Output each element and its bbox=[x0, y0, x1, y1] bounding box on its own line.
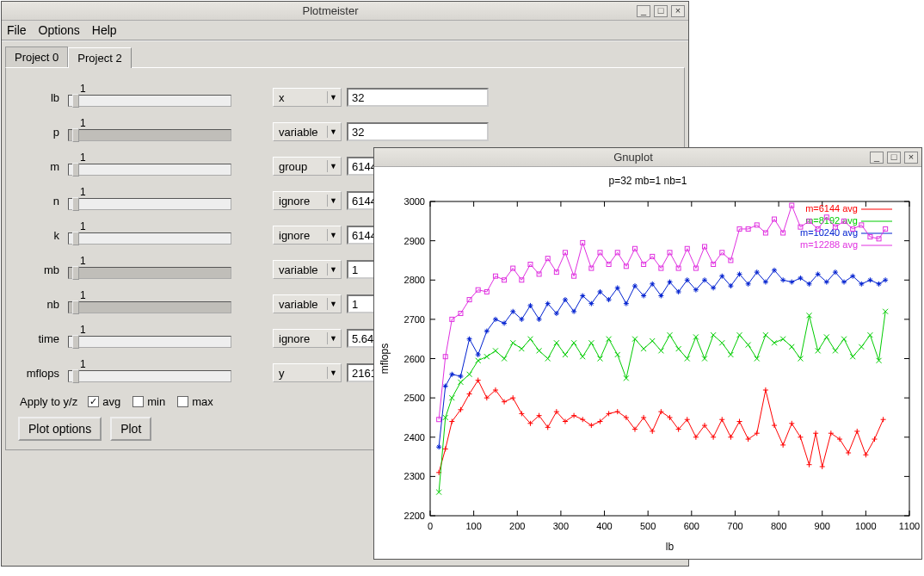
param-label: nb bbox=[15, 298, 63, 311]
svg-text:700: 700 bbox=[727, 521, 742, 531]
menu-help[interactable]: Help bbox=[92, 23, 117, 37]
slider-p[interactable]: 1 bbox=[68, 119, 231, 145]
value-input-p[interactable]: 32 bbox=[347, 122, 489, 141]
svg-text:2500: 2500 bbox=[404, 393, 425, 403]
plot-button[interactable]: Plot bbox=[110, 417, 151, 441]
tabs: Project 0Project 2 bbox=[5, 46, 685, 67]
titlebar[interactable]: Plotmeister _ □ × bbox=[2, 2, 688, 21]
param-label: n bbox=[15, 195, 63, 207]
chevron-down-icon: ▼ bbox=[327, 298, 339, 310]
menubar: File Options Help bbox=[2, 21, 688, 41]
role-select-p[interactable]: variable▼ bbox=[273, 122, 342, 141]
titlebar[interactable]: Gnuplot _ □ × bbox=[374, 148, 921, 167]
role-select-lb[interactable]: x▼ bbox=[273, 88, 342, 107]
slider-time[interactable]: 1 bbox=[68, 325, 231, 351]
role-select-nb[interactable]: variable▼ bbox=[273, 294, 342, 313]
chevron-down-icon: ▼ bbox=[327, 263, 339, 276]
maximize-icon[interactable]: □ bbox=[654, 5, 668, 17]
slider-mb[interactable]: 1 bbox=[68, 257, 231, 282]
role-select-n[interactable]: ignore▼ bbox=[273, 191, 342, 210]
svg-text:2700: 2700 bbox=[404, 314, 425, 325]
svg-text:400: 400 bbox=[596, 521, 612, 531]
param-label: mflops bbox=[15, 367, 63, 380]
svg-text:2800: 2800 bbox=[404, 275, 425, 285]
role-select-k[interactable]: ignore▼ bbox=[273, 226, 342, 245]
chevron-down-icon: ▼ bbox=[327, 367, 339, 379]
tab-project-2[interactable]: Project 2 bbox=[68, 47, 131, 68]
svg-text:600: 600 bbox=[684, 521, 699, 531]
svg-text:800: 800 bbox=[771, 521, 786, 531]
svg-text:2600: 2600 bbox=[404, 354, 425, 364]
svg-text:3000: 3000 bbox=[404, 196, 425, 207]
checkbox-icon bbox=[177, 396, 188, 407]
svg-text:2300: 2300 bbox=[404, 471, 425, 481]
minimize-icon[interactable]: _ bbox=[870, 152, 884, 164]
maximize-icon[interactable]: □ bbox=[887, 152, 901, 164]
svg-text:1100: 1100 bbox=[899, 521, 920, 531]
svg-text:p=32 mb=1 nb=1: p=32 mb=1 nb=1 bbox=[608, 175, 687, 187]
role-select-mflops[interactable]: y▼ bbox=[273, 363, 342, 382]
svg-text:0: 0 bbox=[428, 521, 433, 531]
chevron-down-icon: ▼ bbox=[327, 126, 339, 138]
close-icon[interactable]: × bbox=[904, 152, 918, 164]
slider-lb[interactable]: 1 bbox=[68, 84, 231, 110]
tab-project-0[interactable]: Project 0 bbox=[5, 46, 68, 67]
checkbox-min[interactable]: min bbox=[132, 395, 165, 408]
window-title: Plotmeister bbox=[24, 4, 637, 17]
slider-mflops[interactable]: 1 bbox=[68, 360, 231, 386]
svg-text:m=6144 avg: m=6144 avg bbox=[805, 203, 858, 214]
param-row-lb: lb1x▼32 bbox=[15, 80, 675, 115]
apply-label: Apply to y/z bbox=[20, 395, 77, 408]
plot-options-button[interactable]: Plot options bbox=[18, 417, 102, 441]
chevron-down-icon: ▼ bbox=[327, 91, 339, 103]
chevron-down-icon: ▼ bbox=[327, 229, 339, 241]
svg-text:2200: 2200 bbox=[404, 511, 425, 521]
chevron-down-icon: ▼ bbox=[327, 195, 339, 207]
slider-nb[interactable]: 1 bbox=[68, 291, 231, 317]
menu-options[interactable]: Options bbox=[39, 23, 80, 37]
checkbox-avg[interactable]: ✓avg bbox=[88, 395, 120, 408]
close-icon[interactable]: × bbox=[671, 5, 685, 17]
slider-k[interactable]: 1 bbox=[68, 222, 231, 248]
svg-text:900: 900 bbox=[815, 521, 830, 531]
svg-text:2900: 2900 bbox=[404, 236, 425, 246]
param-label: m bbox=[15, 160, 63, 173]
param-label: mb bbox=[15, 263, 63, 276]
svg-text:m=12288 avg: m=12288 avg bbox=[800, 239, 858, 250]
slider-n[interactable]: 1 bbox=[68, 188, 231, 214]
menu-file[interactable]: File bbox=[7, 23, 27, 37]
checkbox-icon bbox=[132, 396, 144, 407]
role-select-m[interactable]: group▼ bbox=[273, 157, 342, 176]
window-title: Gnuplot bbox=[397, 151, 870, 164]
slider-m[interactable]: 1 bbox=[68, 153, 231, 179]
minimize-icon[interactable]: _ bbox=[637, 5, 650, 17]
chevron-down-icon: ▼ bbox=[327, 160, 339, 172]
svg-text:1000: 1000 bbox=[855, 521, 876, 531]
checkbox-icon: ✓ bbox=[88, 396, 99, 407]
param-label: k bbox=[15, 229, 63, 242]
value-input-lb[interactable]: 32 bbox=[347, 88, 489, 107]
svg-text:m=8192 avg: m=8192 avg bbox=[805, 215, 858, 226]
svg-text:300: 300 bbox=[553, 521, 569, 531]
param-label: time bbox=[15, 332, 63, 345]
svg-text:200: 200 bbox=[509, 521, 525, 531]
role-select-time[interactable]: ignore▼ bbox=[273, 329, 342, 348]
param-label: p bbox=[15, 126, 63, 139]
param-label: lb bbox=[15, 91, 63, 104]
svg-text:2400: 2400 bbox=[404, 432, 425, 443]
svg-text:m=10240 avg: m=10240 avg bbox=[800, 227, 858, 238]
checkbox-max[interactable]: max bbox=[177, 395, 213, 408]
svg-text:mflops: mflops bbox=[379, 344, 391, 374]
svg-text:100: 100 bbox=[465, 521, 481, 531]
param-row-p: p1variable▼32 bbox=[15, 115, 675, 149]
plot-area: p=32 mb=1 nb=122002300240025002600270028… bbox=[374, 167, 921, 559]
svg-text:500: 500 bbox=[640, 521, 656, 531]
chevron-down-icon: ▼ bbox=[327, 332, 339, 344]
svg-text:lb: lb bbox=[666, 541, 675, 553]
role-select-mb[interactable]: variable▼ bbox=[273, 260, 342, 279]
gnuplot-window: Gnuplot _ □ × p=32 mb=1 nb=1220023002400… bbox=[373, 147, 922, 560]
